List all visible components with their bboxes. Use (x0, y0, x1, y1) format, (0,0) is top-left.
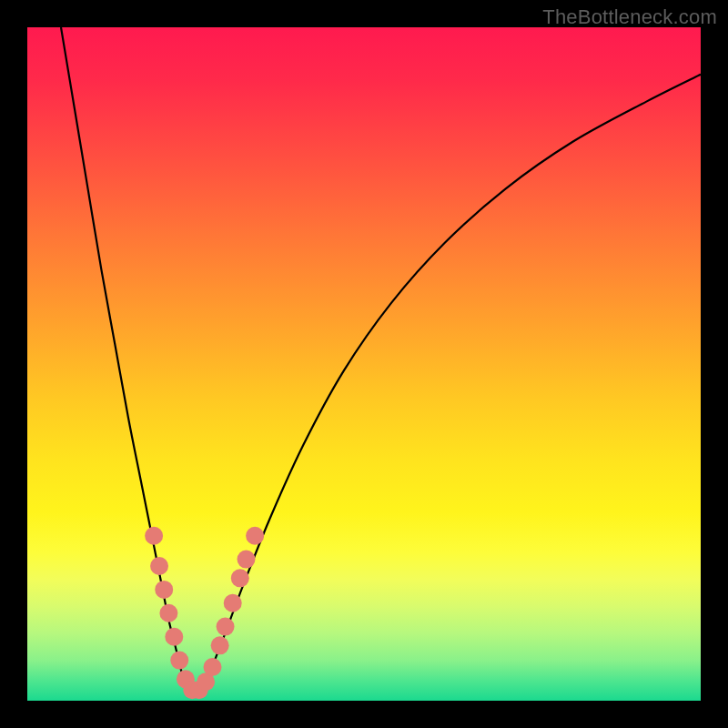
curve-markers (145, 527, 264, 699)
curve-marker (224, 594, 242, 612)
curve-marker (238, 551, 256, 569)
watermark-text: TheBottleneck.com (542, 5, 717, 29)
curve-marker (165, 628, 183, 646)
curve-marker (246, 527, 264, 545)
chart-frame: TheBottleneck.com (0, 0, 728, 728)
plot-area (27, 27, 701, 701)
curve-marker (231, 569, 249, 587)
curve-marker (159, 604, 177, 622)
curve-marker (217, 618, 235, 636)
curve-marker (150, 557, 168, 575)
curve-svg (27, 27, 701, 701)
curve-marker (145, 527, 163, 545)
curve-marker (155, 581, 173, 599)
curve-marker (211, 636, 229, 654)
curve-marker (170, 652, 188, 670)
curve-marker (204, 658, 222, 676)
